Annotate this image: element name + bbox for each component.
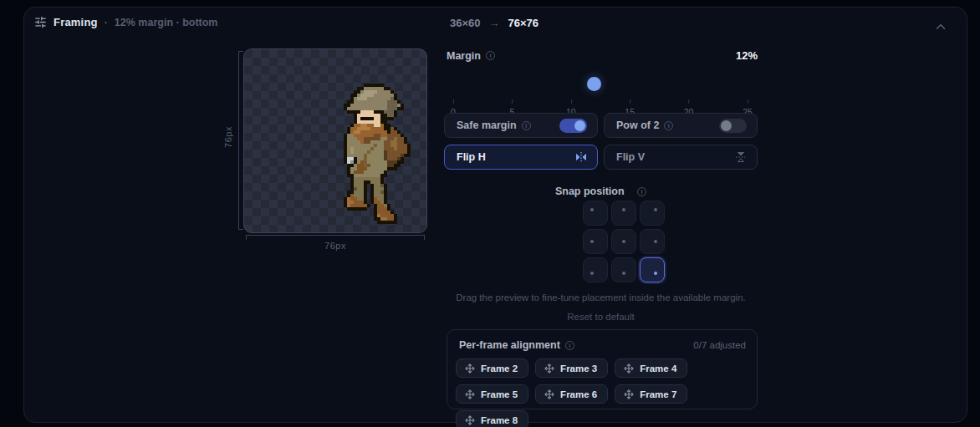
frame-button-label: Frame 6 xyxy=(560,389,597,399)
flip-v-label: Flip V xyxy=(616,151,645,163)
panel-subtitle: 12% margin · bottom xyxy=(115,17,218,28)
safe-margin-label: Safe margin xyxy=(457,119,517,131)
slider-thumb[interactable] xyxy=(587,77,601,91)
frame-5-button[interactable]: Frame 5 xyxy=(456,384,528,404)
info-icon xyxy=(664,121,673,130)
per-frame-header: Per-frame alignment 0/7 adjusted xyxy=(459,339,746,351)
collapse-chevron-up-icon[interactable] xyxy=(933,19,948,34)
flip-h-button[interactable]: Flip H xyxy=(444,145,598,170)
sliders-icon xyxy=(34,16,47,28)
snap-cell-bottom-center[interactable] xyxy=(611,257,636,282)
snap-cell-bottom-right[interactable] xyxy=(640,257,665,282)
info-icon xyxy=(522,121,531,130)
snap-cell-bottom-left[interactable] xyxy=(583,257,608,282)
pow-of-2-card: Pow of 2 xyxy=(604,113,758,138)
snap-cell-top-left[interactable] xyxy=(583,201,608,226)
frame-button-label: Frame 7 xyxy=(640,389,676,399)
margin-row: Margin 12% xyxy=(447,49,758,62)
height-ruler-label: 76px xyxy=(223,120,233,154)
flip-v-button[interactable]: Flip V xyxy=(604,145,758,170)
frame-button-label: Frame 4 xyxy=(640,363,676,374)
frame-7-button[interactable]: Frame 7 xyxy=(615,384,687,404)
frame-button-label: Frame 8 xyxy=(481,415,518,425)
reset-to-default-link[interactable]: Reset to default xyxy=(444,312,758,322)
frame-6-button[interactable]: Frame 6 xyxy=(535,384,608,404)
panel-header: Framing · 12% margin · bottom xyxy=(34,16,217,28)
sprite-preview-canvas[interactable] xyxy=(243,48,427,233)
frame-button-label: Frame 2 xyxy=(481,363,518,374)
width-ruler xyxy=(246,235,425,241)
info-icon xyxy=(565,341,574,350)
frame-button-label: Frame 3 xyxy=(560,363,597,374)
panel-title: Framing xyxy=(54,16,98,28)
per-frame-alignment-card: Per-frame alignment 0/7 adjusted Frame 2… xyxy=(447,329,758,409)
move-icon xyxy=(465,389,475,399)
header-separator: · xyxy=(105,17,108,28)
pow-of-2-label: Pow of 2 xyxy=(616,119,659,131)
snap-cell-middle-left[interactable] xyxy=(583,229,608,254)
snap-position-label: Snap position xyxy=(555,186,625,197)
frame-2-button[interactable]: Frame 2 xyxy=(456,358,528,378)
flip-vertical-icon xyxy=(735,151,747,163)
move-icon xyxy=(465,415,475,425)
info-icon xyxy=(637,187,646,196)
pow-of-2-toggle[interactable] xyxy=(719,119,747,133)
margin-value: 12% xyxy=(736,49,758,62)
snap-cell-top-right[interactable] xyxy=(640,201,665,226)
safe-margin-card: Safe margin xyxy=(444,113,598,138)
info-icon xyxy=(486,51,495,60)
width-ruler-label: 76px xyxy=(246,241,425,251)
snap-position-header: Snap position xyxy=(444,186,758,197)
move-icon xyxy=(544,363,554,374)
snap-position-grid xyxy=(583,201,665,282)
move-icon xyxy=(624,363,634,374)
margin-label-group: Margin xyxy=(447,50,495,62)
per-frame-title: Per-frame alignment xyxy=(459,339,560,351)
move-icon xyxy=(544,389,554,399)
framing-controls: Margin 12% 0 5 10 15 20 25 Safe margin P… xyxy=(444,8,758,424)
toggle-row: Safe margin Pow of 2 xyxy=(444,113,758,138)
drag-hint-text: Drag the preview to fine-tune placement … xyxy=(427,292,774,302)
frame-8-button[interactable]: Frame 8 xyxy=(456,410,528,427)
character-sprite-preview[interactable] xyxy=(344,84,417,224)
snap-cell-middle-center[interactable] xyxy=(611,229,636,254)
frame-4-button[interactable]: Frame 4 xyxy=(615,358,687,378)
move-icon xyxy=(624,389,634,399)
flip-horizontal-icon xyxy=(575,151,587,163)
margin-label: Margin xyxy=(447,50,481,62)
framing-panel: Framing · 12% margin · bottom 36×60 → 76… xyxy=(23,7,967,423)
safe-margin-toggle[interactable] xyxy=(559,119,587,133)
frame-button-list: Frame 2Frame 3Frame 4Frame 5Frame 6Frame… xyxy=(456,358,747,427)
flip-h-label: Flip H xyxy=(457,151,486,163)
snap-cell-middle-right[interactable] xyxy=(640,229,665,254)
snap-cell-top-center[interactable] xyxy=(611,201,636,226)
frame-button-label: Frame 5 xyxy=(481,389,518,399)
margin-slider[interactable]: 0 5 10 15 20 25 xyxy=(453,70,748,109)
frame-3-button[interactable]: Frame 3 xyxy=(535,358,608,378)
flip-row: Flip H Flip V xyxy=(444,145,758,170)
move-icon xyxy=(465,363,475,374)
adjusted-count-badge: 0/7 adjusted xyxy=(693,340,746,350)
